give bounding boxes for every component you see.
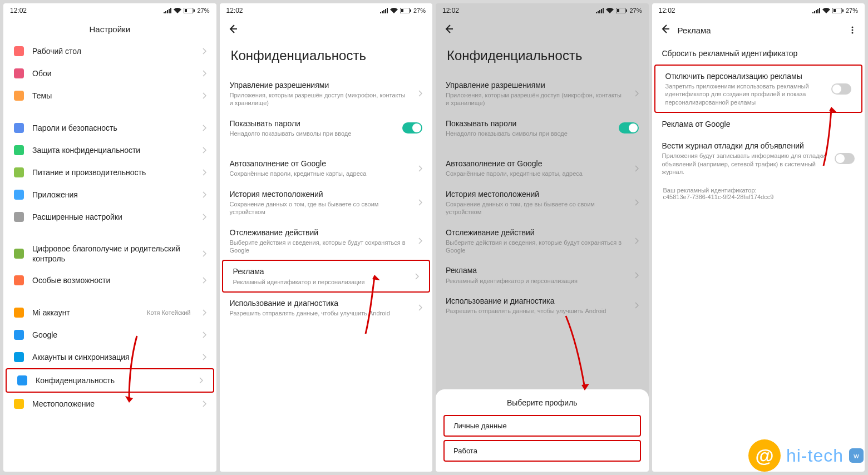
row-label: Местоположение [32, 399, 194, 409]
signal-icon [596, 8, 604, 13]
screenshot-3: 12:02 27% Конфиденциальность Управление … [436, 3, 649, 472]
row-label: Использование и диагностика [230, 298, 411, 308]
sheet-item-work[interactable]: Работа [443, 440, 641, 462]
privacy-row[interactable]: Отслеживание действий Выберите действия … [436, 222, 649, 260]
privacy-row[interactable]: Управление разрешениями Приложения, кото… [220, 75, 433, 113]
chevron-right-icon [202, 92, 206, 99]
wifi-icon [606, 8, 614, 13]
chevron-right-icon [202, 400, 206, 407]
page-title: Конфиденциальность [220, 42, 433, 75]
status-time: 12:02 [10, 7, 27, 14]
screenshot-4: 12:02 27% Реклама Сбросить рекламный иде… [652, 3, 865, 472]
svg-rect-19 [410, 9, 411, 12]
settings-row-apps[interactable]: Приложения [3, 184, 216, 206]
reset-ad-id-row[interactable]: Сбросить рекламный идентификатор [652, 42, 865, 65]
settings-row-conf[interactable]: Конфиденциальность [6, 368, 214, 393]
back-button[interactable] [443, 23, 455, 37]
row-sub: Сохранение данных о том, где вы бываете … [230, 200, 411, 216]
settings-row-wellbeing[interactable]: Цифровое благополучие и родительский кон… [3, 238, 216, 269]
ad-id-block: Ваш рекламный идентификатор: c45813e7-73… [652, 181, 865, 206]
chevron-right-icon [199, 377, 203, 384]
settings-row-sync[interactable]: Аккаунты и синхронизация [3, 346, 216, 368]
row-label: Реклама от Google [662, 119, 855, 129]
back-button[interactable] [660, 23, 671, 37]
settings-row-wallpaper[interactable]: Обои [3, 62, 216, 85]
privacy-row[interactable]: Использование и диагностика Разрешить от… [436, 290, 649, 320]
row-label: Автозаполнение от Google [230, 159, 411, 169]
arrow-left-icon [228, 23, 239, 34]
settings-row-privacy[interactable]: Защита конфиденциальности [3, 139, 216, 161]
optout-row[interactable]: Отключить персонализацию рекламы Запрети… [654, 65, 863, 113]
conf-icon [17, 375, 28, 386]
privacy-row[interactable]: История местоположений Сохранение данных… [220, 184, 433, 222]
back-button[interactable] [228, 23, 239, 37]
settings-row-loc[interactable]: Местоположение [3, 393, 216, 415]
more-button[interactable] [848, 26, 857, 37]
google-ads-row[interactable]: Реклама от Google [652, 113, 865, 135]
row-label: Показывать пароли [230, 118, 395, 128]
svg-rect-8 [14, 167, 24, 177]
privacy-row[interactable]: Показывать пароли Ненадолго показывать с… [436, 113, 649, 143]
watermark: @ hi-tech w [748, 439, 864, 472]
row-label: Реклама [233, 266, 407, 276]
wifi-icon [174, 8, 181, 13]
chevron-right-icon [202, 169, 206, 176]
settings-row-security[interactable]: Пароли и безопасность [3, 117, 216, 139]
privacy-row[interactable]: Реклама Рекламный идентификатор и персон… [436, 260, 649, 290]
header: Реклама [652, 18, 865, 42]
row-label: Аккаунты и синхронизация [32, 352, 194, 362]
svg-rect-13 [14, 308, 24, 318]
privacy-row[interactable]: Реклама Рекламный идентификатор и персон… [222, 260, 431, 292]
arrow-left-icon [660, 23, 671, 34]
toggle[interactable] [402, 122, 422, 133]
battery-icon [616, 8, 627, 13]
page-title: Реклама [678, 26, 711, 35]
settings-row-battery[interactable]: Питание и производительность [3, 161, 216, 184]
row-label: Защита конфиденциальности [32, 145, 194, 155]
status-right: 27% [164, 7, 209, 14]
debug-row[interactable]: Вести журнал отладки для объявлений Прил… [652, 135, 865, 181]
ads-list[interactable]: Сбросить рекламный идентификатор Отключи… [652, 42, 865, 472]
settings-row-desktop[interactable]: Рабочий стол [3, 40, 216, 62]
chevron-right-icon [202, 250, 206, 257]
chevron-right-icon [202, 191, 206, 198]
optout-toggle[interactable] [831, 83, 851, 95]
settings-row-access[interactable]: Особые возможности [3, 269, 216, 291]
settings-row-themes[interactable]: Темы [3, 85, 216, 107]
wallpaper-icon [13, 68, 24, 79]
chevron-right-icon [202, 309, 206, 316]
debug-toggle[interactable] [835, 153, 855, 164]
chevron-right-icon [418, 165, 422, 172]
status-bar: 12:02 27% [220, 3, 433, 18]
privacy-row[interactable]: Отслеживание действий Выберите действия … [220, 222, 433, 260]
privacy-row[interactable]: Автозаполнение от Google Сохранённые пар… [220, 153, 433, 183]
privacy-row[interactable]: Управление разрешениями Приложения, кото… [436, 75, 649, 113]
wifi-icon [822, 8, 830, 13]
svg-rect-23 [617, 9, 619, 12]
battery-icon [400, 8, 411, 13]
settings-list[interactable]: Рабочий стол Обои Темы Пароли и безопасн… [3, 40, 216, 472]
toggle[interactable] [619, 122, 639, 133]
battery-pct: 27% [846, 7, 858, 14]
signal-icon [164, 8, 171, 13]
svg-rect-3 [14, 46, 24, 56]
svg-point-27 [852, 27, 854, 28]
battery-pct: 27% [413, 7, 426, 14]
privacy-row[interactable]: Показывать пароли Ненадолго показывать с… [220, 113, 433, 143]
settings-row-advanced[interactable]: Расширенные настройки [3, 206, 216, 228]
settings-row-mi[interactable]: Mi аккаунт Котя Котейский [3, 301, 216, 324]
chevron-right-icon [202, 70, 206, 77]
privacy-list[interactable]: Управление разрешениями Приложения, кото… [220, 75, 433, 472]
settings-row-google[interactable]: Google [3, 324, 216, 346]
google-icon [13, 329, 24, 340]
privacy-row[interactable]: Использование и диагностика Разрешить от… [220, 293, 433, 323]
privacy-row[interactable]: История местоположений Сохранение данных… [436, 184, 649, 222]
svg-rect-12 [14, 275, 24, 285]
status-bar: 12:02 27% [3, 3, 216, 18]
row-label: Расширенные настройки [32, 212, 194, 222]
status-time: 12:02 [659, 7, 675, 14]
row-label: Отслеживание действий [446, 227, 627, 237]
row-sub: Разрешить отправлять данные, чтобы улучш… [446, 307, 627, 315]
privacy-row[interactable]: Автозаполнение от Google Сохранённые пар… [436, 153, 649, 183]
sheet-item-personal[interactable]: Личные данные [443, 415, 641, 437]
